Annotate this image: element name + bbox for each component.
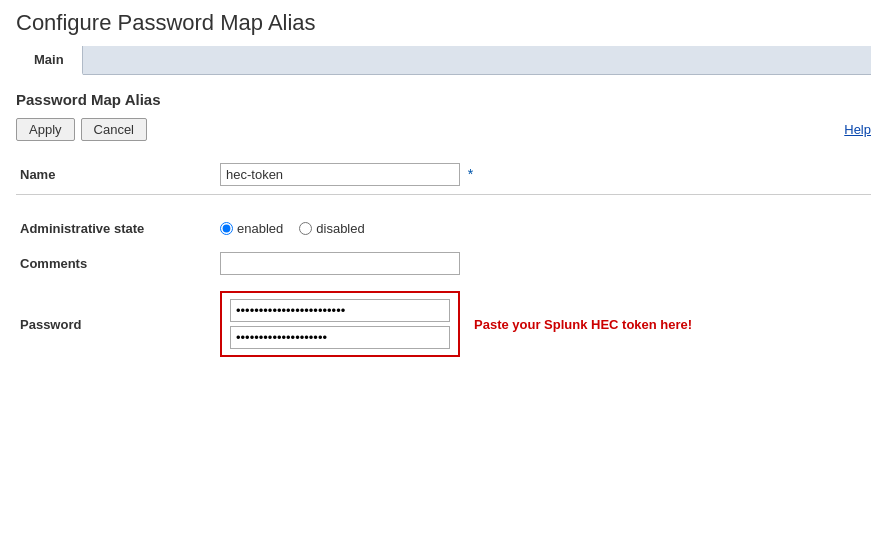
admin-state-row: Administrative state enabled disabled [16, 213, 871, 244]
admin-state-label: Administrative state [16, 213, 216, 244]
radio-enabled[interactable] [220, 222, 233, 235]
toolbar: Apply Cancel Help [16, 118, 871, 141]
password-confirm-input[interactable] [230, 326, 450, 349]
page-title: Configure Password Map Alias [16, 10, 871, 36]
name-row: Name * [16, 155, 871, 195]
password-label: Password [16, 283, 216, 365]
comments-input[interactable] [220, 252, 460, 275]
tab-main[interactable]: Main [16, 46, 83, 75]
name-label: Name [16, 155, 216, 195]
radio-disabled[interactable] [299, 222, 312, 235]
password-input[interactable] [230, 299, 450, 322]
form-table: Name * Administrative state enabled [16, 155, 871, 365]
password-field-cell: Paste your Splunk HEC token here! [216, 283, 871, 365]
tabs-bar: Main [16, 46, 871, 75]
admin-state-field-cell: enabled disabled [216, 213, 871, 244]
name-input[interactable] [220, 163, 460, 186]
toolbar-buttons: Apply Cancel [16, 118, 147, 141]
radio-disabled-label[interactable]: disabled [299, 221, 364, 236]
radio-enabled-label[interactable]: enabled [220, 221, 283, 236]
comments-label: Comments [16, 244, 216, 283]
radio-disabled-text: disabled [316, 221, 364, 236]
section-title: Password Map Alias [16, 91, 871, 108]
password-box [220, 291, 460, 357]
password-row: Password Paste your Splunk HEC token her… [16, 283, 871, 365]
comments-row: Comments [16, 244, 871, 283]
paste-hint: Paste your Splunk HEC token here! [474, 317, 692, 332]
required-star: * [468, 166, 473, 182]
comments-field-cell [216, 244, 871, 283]
admin-state-radio-group: enabled disabled [220, 221, 867, 236]
password-row-content: Paste your Splunk HEC token here! [220, 291, 867, 357]
cancel-button[interactable]: Cancel [81, 118, 147, 141]
divider-row-1 [16, 195, 871, 214]
apply-button[interactable]: Apply [16, 118, 75, 141]
help-link[interactable]: Help [844, 122, 871, 137]
name-field-cell: * [216, 155, 871, 195]
radio-enabled-text: enabled [237, 221, 283, 236]
